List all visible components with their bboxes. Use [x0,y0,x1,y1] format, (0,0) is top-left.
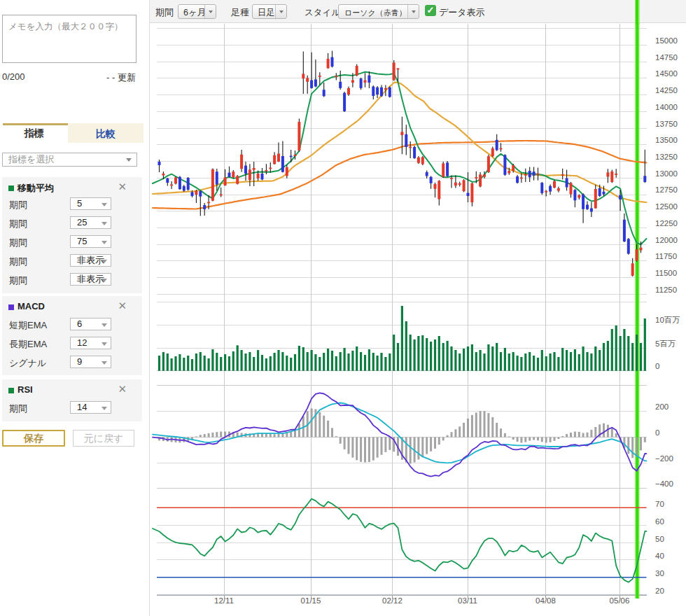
svg-text:20: 20 [655,587,664,595]
svg-text:12750: 12750 [655,186,678,194]
svg-text:0: 0 [655,428,659,437]
svg-text:40: 40 [655,552,664,560]
svg-text:04/08: 04/08 [536,596,556,605]
svg-text:50: 50 [655,535,664,543]
svg-text:14500: 14500 [655,69,678,78]
svg-text:01/15: 01/15 [301,596,321,605]
svg-text:13000: 13000 [655,169,678,178]
svg-text:200: 200 [655,402,668,411]
svg-text:15000: 15000 [655,36,678,45]
svg-text:11250: 11250 [655,286,677,294]
svg-text:12500: 12500 [655,202,678,211]
svg-text:11750: 11750 [655,252,677,260]
svg-text:70: 70 [655,500,664,508]
svg-text:10百万: 10百万 [655,316,680,324]
svg-text:60: 60 [655,517,664,526]
svg-text:−400: −400 [655,479,673,488]
svg-text:14750: 14750 [655,53,678,62]
svg-text:13250: 13250 [655,153,678,161]
svg-text:12/11: 12/11 [214,596,234,605]
svg-text:11500: 11500 [655,269,677,277]
svg-text:14250: 14250 [655,86,678,94]
svg-text:12250: 12250 [655,219,678,227]
svg-text:13750: 13750 [655,120,678,128]
svg-text:13500: 13500 [655,136,678,144]
svg-text:14000: 14000 [655,103,678,111]
svg-text:02/12: 02/12 [382,596,402,605]
svg-text:05/06: 05/06 [610,596,630,605]
svg-text:12000: 12000 [655,236,678,244]
svg-text:−200: −200 [655,454,673,463]
svg-text:5百万: 5百万 [655,340,676,348]
svg-text:30: 30 [655,569,664,578]
svg-text:0: 0 [655,362,659,370]
svg-text:03/11: 03/11 [458,596,477,605]
